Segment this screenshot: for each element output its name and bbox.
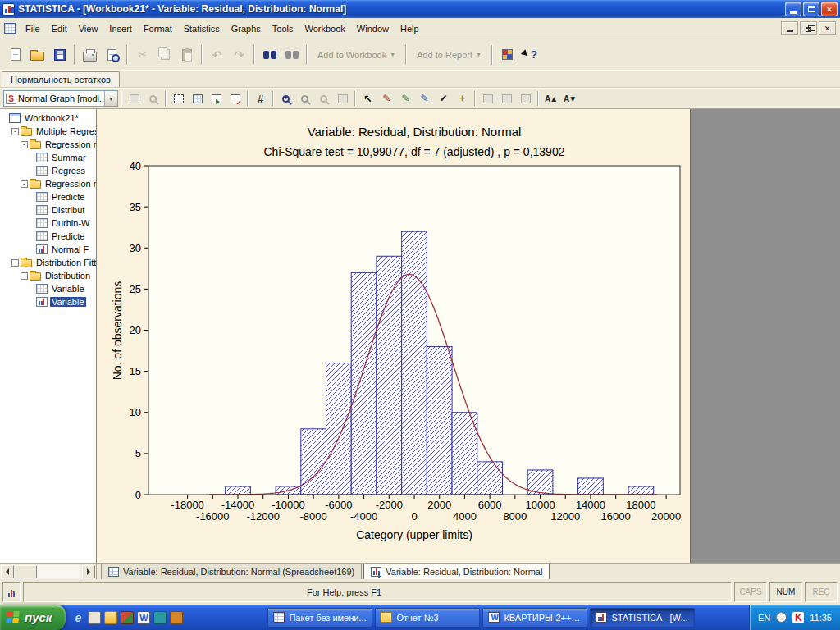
menu-file[interactable]: File [20, 20, 46, 38]
print-button[interactable] [79, 43, 101, 66]
quicklaunch-folder-icon[interactable] [104, 611, 117, 624]
tree-item-regression-r[interactable]: -Regression r [0, 177, 96, 190]
scrollbar-thumb[interactable] [16, 565, 37, 578]
decrease-font-button[interactable]: A▼ [560, 89, 579, 107]
copy-button[interactable] [153, 43, 176, 66]
menu-format[interactable]: Format [138, 20, 178, 38]
quicklaunch-show-desktop-icon[interactable] [88, 611, 101, 624]
quicklaunch-app-icon[interactable] [121, 611, 134, 624]
fit-tool-button[interactable]: ✔ [434, 89, 453, 107]
menu-edit[interactable]: Edit [46, 20, 73, 38]
context-help-button[interactable]: ? [518, 43, 541, 66]
graph-data-editor-button[interactable] [188, 89, 207, 107]
antivirus-tray-icon[interactable]: K [792, 612, 804, 623]
workbook-document-icon[interactable] [4, 23, 16, 34]
tree-item-normal-f[interactable]: Normal F [0, 243, 96, 256]
tree-item-variable[interactable]: Variable [0, 295, 96, 308]
save-button[interactable] [48, 43, 71, 66]
tray-status-icon[interactable] [776, 612, 787, 623]
select-region-button[interactable] [169, 89, 188, 107]
gridlines-button[interactable]: # [251, 89, 270, 107]
taskbar-task-2[interactable]: Отчет №3 [375, 608, 480, 628]
add-graph-to-workbook-button[interactable] [207, 89, 226, 107]
tree-item-multiple-regress[interactable]: -Multiple Regress [0, 125, 96, 138]
start-button[interactable]: пуск [0, 605, 66, 630]
new-button[interactable] [4, 43, 26, 66]
pan-button[interactable] [333, 89, 352, 107]
find-button[interactable] [258, 43, 281, 66]
add-to-report-button[interactable]: Add to Report ▼ [410, 43, 488, 66]
save-style-button[interactable] [144, 89, 162, 107]
add-graph-to-report-button[interactable] [226, 89, 244, 107]
menu-window[interactable]: Window [351, 20, 395, 38]
tree-item-summar[interactable]: Summar [0, 151, 96, 164]
open-button[interactable] [26, 43, 48, 66]
tree-item-distribution[interactable]: -Distribution [0, 269, 96, 282]
update-style-button[interactable] [125, 89, 144, 107]
quicklaunch-word-icon[interactable]: W [137, 611, 150, 624]
add-to-workbook-button[interactable]: Add to Workbook ▼ [311, 43, 402, 66]
tree-collapse-icon[interactable]: - [11, 128, 19, 135]
custom-tool-button[interactable]: + [453, 89, 472, 107]
menu-workbook[interactable]: Workbook [299, 20, 351, 38]
pointer-tool-button[interactable]: ↖ [358, 89, 377, 107]
tree-collapse-icon[interactable]: - [11, 259, 19, 267]
menu-tools[interactable]: Tools [267, 20, 299, 38]
quicklaunch-browser-icon[interactable]: e [71, 611, 84, 624]
language-indicator[interactable]: EN [758, 613, 770, 623]
find-next-button[interactable] [281, 43, 303, 66]
tree-item-predicte[interactable]: Predicte [0, 190, 96, 203]
graph-style-combobox[interactable]: S Normal Graph [modi... ▼ [3, 90, 118, 107]
cut-button[interactable]: ✂ [131, 43, 153, 66]
tree-item-variable[interactable]: Variable [0, 282, 96, 295]
document-tab-1[interactable]: Variable: Residual, Distribution: Normal… [101, 564, 362, 579]
quicklaunch-app3-icon[interactable] [170, 611, 183, 624]
increase-font-button[interactable]: A▲ [541, 89, 560, 107]
layout-tool-2-button[interactable] [497, 89, 516, 107]
close-button[interactable]: ✕ [821, 2, 838, 16]
paste-button[interactable] [176, 43, 198, 66]
scrollbar-track[interactable] [16, 565, 80, 578]
scroll-right-button[interactable] [82, 565, 95, 578]
tree-item-distribut[interactable]: Distribut [0, 203, 96, 217]
tree-item-predicte[interactable]: Predicte [0, 230, 96, 243]
options-button[interactable] [496, 43, 518, 66]
zoom-out-button[interactable] [295, 89, 314, 107]
tree-collapse-icon[interactable]: - [21, 180, 28, 188]
histogram-chart[interactable]: 0510152025303540-18000-16000-14000-12000… [97, 109, 690, 563]
tree-item-workbook21-[interactable]: Workbook21* [0, 112, 96, 125]
mdi-minimize-button[interactable] [781, 21, 798, 35]
tree-item-regression-r[interactable]: -Regression r [0, 138, 96, 151]
tree-collapse-icon[interactable]: - [21, 272, 28, 280]
tree-collapse-icon[interactable]: - [21, 141, 28, 148]
mdi-restore-button[interactable] [800, 21, 817, 35]
combobox-arrow-icon[interactable]: ▼ [104, 91, 117, 106]
status-graph-icon[interactable] [2, 582, 21, 602]
menu-graphs[interactable]: Graphs [226, 20, 267, 38]
tree-item-durbin-w[interactable]: Durbin-W [0, 217, 96, 230]
tree-horizontal-scrollbar[interactable] [0, 564, 97, 579]
document-tab-2[interactable]: Variable: Residual, Distribution: Normal [363, 564, 550, 579]
layout-tool-1-button[interactable] [478, 89, 497, 107]
tree-item-regress[interactable]: Regress [0, 164, 96, 177]
menu-insert[interactable]: Insert [103, 20, 138, 38]
taskbar-task-4[interactable]: STATISTICA - [W... [590, 608, 695, 628]
restore-button[interactable] [803, 2, 819, 16]
minimize-button[interactable] [785, 2, 801, 16]
brushing-tool-button[interactable]: ✎ [377, 89, 396, 107]
menu-help[interactable]: Help [395, 20, 425, 38]
taskbar-task-1[interactable]: Пакет без имени... [267, 608, 372, 628]
menu-statistics[interactable]: Statistics [178, 20, 226, 38]
print-preview-button[interactable] [101, 43, 123, 66]
zoom-in-button[interactable] [276, 89, 295, 107]
tree-item-distribution-fitti[interactable]: -Distribution Fitti [0, 256, 96, 269]
analysis-tab[interactable]: Нормальность остатков [2, 71, 120, 87]
mdi-close-button[interactable]: ✕ [819, 21, 836, 35]
taskbar-task-3[interactable]: КВАРТИРЫ-2++ -... [482, 608, 587, 628]
drawing-tool-button[interactable]: ✎ [415, 89, 434, 107]
undo-button[interactable]: ↶ [206, 43, 228, 66]
scroll-left-button[interactable] [1, 565, 14, 578]
redo-button[interactable]: ↷ [228, 43, 250, 66]
quicklaunch-app2-icon[interactable] [153, 611, 167, 624]
menu-view[interactable]: View [73, 20, 104, 38]
